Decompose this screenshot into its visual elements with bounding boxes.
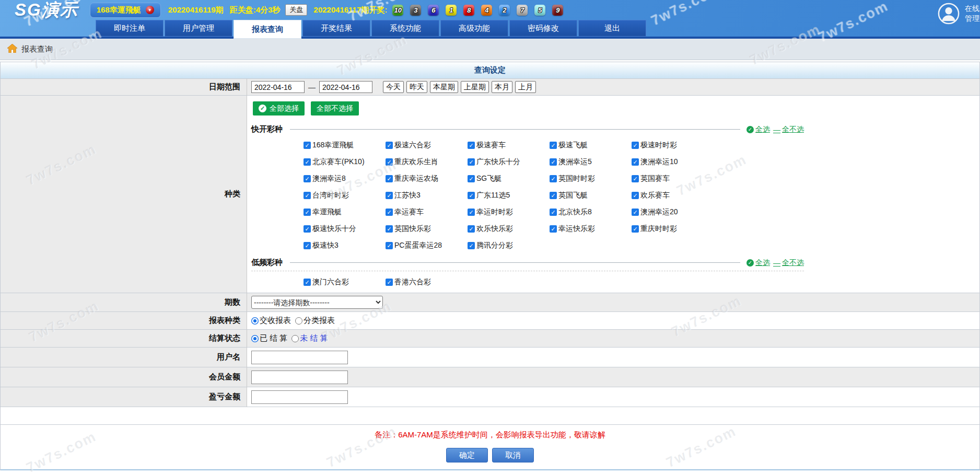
checkbox-icon[interactable]: ✓ <box>550 175 557 182</box>
lottery-checkbox-item[interactable]: ✓极速赛车 <box>468 137 550 154</box>
checkbox-icon[interactable]: ✓ <box>386 175 393 182</box>
lottery-checkbox-item[interactable]: ✓极速飞艇 <box>550 137 632 154</box>
checkbox-icon[interactable]: ✓ <box>386 225 393 233</box>
quick-date-button-今天[interactable]: 今天 <box>383 81 404 93</box>
lottery-checkbox-item[interactable]: ✓极速六合彩 <box>386 137 468 154</box>
confirm-button[interactable]: 确定 <box>446 448 488 463</box>
lottery-checkbox-item[interactable]: ✓澳洲幸运8 <box>304 170 386 187</box>
tab-高级功能[interactable]: 高级功能 <box>440 20 508 37</box>
checkbox-icon[interactable]: ✓ <box>550 142 557 149</box>
lottery-checkbox-item[interactable]: ✓英国赛车 <box>632 170 714 187</box>
checkbox-icon[interactable]: ✓ <box>468 225 475 233</box>
lottery-checkbox-item[interactable]: ✓168幸運飛艇 <box>304 137 386 154</box>
lottery-checkbox-item[interactable]: ✓幸運飛艇 <box>304 204 386 221</box>
checkbox-icon[interactable]: ✓ <box>550 225 557 233</box>
radio-icon[interactable] <box>291 335 299 342</box>
checkbox-icon[interactable]: ✓ <box>550 192 557 199</box>
lottery-checkbox-item[interactable]: ✓极速快乐十分 <box>304 221 386 237</box>
checkbox-icon[interactable]: ✓ <box>386 242 393 249</box>
radio-icon[interactable] <box>251 317 259 325</box>
lottery-checkbox-item[interactable]: ✓欢乐赛车 <box>632 187 714 204</box>
home-icon[interactable] <box>7 44 17 55</box>
quick-date-button-本星期[interactable]: 本星期 <box>430 81 458 93</box>
lottery-checkbox-item[interactable]: ✓澳洲幸运20 <box>632 204 714 221</box>
cancel-button[interactable]: 取消 <box>492 448 534 463</box>
checkbox-icon[interactable]: ✓ <box>632 175 639 182</box>
tab-报表查询[interactable]: 报表查询 <box>234 20 301 39</box>
checkbox-icon[interactable]: ✓ <box>386 209 393 216</box>
date-from-input[interactable] <box>251 81 305 93</box>
lottery-checkbox-item[interactable]: ✓腾讯分分彩 <box>468 237 550 254</box>
checkbox-icon[interactable]: ✓ <box>550 158 557 166</box>
lottery-checkbox-item[interactable]: ✓重庆时时彩 <box>632 221 714 237</box>
checkbox-icon[interactable]: ✓ <box>468 192 475 199</box>
lottery-checkbox-item[interactable]: ✓澳洲幸运5 <box>550 154 632 170</box>
checkbox-icon[interactable]: ✓ <box>304 192 311 199</box>
checkbox-icon[interactable]: ✓ <box>304 158 311 166</box>
checkbox-icon[interactable]: ✓ <box>304 242 311 249</box>
lottery-checkbox-item[interactable]: ✓幸运快乐彩 <box>550 221 632 237</box>
select-all-button[interactable]: ✓ 全部选择 <box>253 101 305 115</box>
checkbox-icon[interactable]: ✓ <box>468 242 475 249</box>
lottery-checkbox-item[interactable]: ✓英国时时彩 <box>550 170 632 187</box>
radio-icon[interactable] <box>251 335 259 342</box>
tab-系统功能[interactable]: 系统功能 <box>371 20 439 37</box>
dropdown-arrow-icon[interactable]: ▼ <box>146 6 154 14</box>
radio-icon[interactable] <box>295 317 302 325</box>
tab-开奖结果[interactable]: 开奖结果 <box>302 20 370 37</box>
lottery-checkbox-item[interactable]: ✓广东11选5 <box>468 187 550 204</box>
low-select-all-link[interactable]: ✓ 全选 <box>746 258 770 268</box>
deselect-all-button[interactable]: 全部不选择 <box>311 101 359 115</box>
date-to-input[interactable] <box>319 81 372 93</box>
tab-密码修改[interactable]: 密码修改 <box>509 20 577 37</box>
tab-用户管理[interactable]: 用户管理 <box>165 20 232 37</box>
checkbox-icon[interactable]: ✓ <box>468 158 475 166</box>
period-select[interactable]: --------请选择期数-------- <box>251 296 383 309</box>
report-type-option[interactable]: 分类报表 <box>295 316 335 326</box>
checkbox-icon[interactable]: ✓ <box>386 279 393 286</box>
quick-date-button-昨天[interactable]: 昨天 <box>406 81 427 93</box>
checkbox-icon[interactable]: ✓ <box>468 175 475 182</box>
username-input[interactable] <box>251 351 348 364</box>
checkbox-icon[interactable]: ✓ <box>304 279 311 286</box>
checkbox-icon[interactable]: ✓ <box>632 158 639 166</box>
checkbox-icon[interactable]: ✓ <box>304 225 311 233</box>
checkbox-icon[interactable]: ✓ <box>632 225 639 233</box>
lottery-checkbox-item[interactable]: ✓极速快3 <box>304 237 386 254</box>
checkbox-icon[interactable]: ✓ <box>550 209 557 216</box>
lottery-checkbox-item[interactable]: ✓欢乐快乐彩 <box>468 221 550 237</box>
checkbox-icon[interactable]: ✓ <box>632 209 639 216</box>
lottery-selector-button[interactable]: 168幸運飛艇 ▼ <box>90 3 161 18</box>
checkbox-icon[interactable]: ✓ <box>468 209 475 216</box>
checkbox-icon[interactable]: ✓ <box>304 209 311 216</box>
lottery-checkbox-item[interactable]: ✓PC蛋蛋幸运28 <box>386 237 468 254</box>
checkbox-icon[interactable]: ✓ <box>386 158 393 166</box>
close-market-button[interactable]: 关盘 <box>285 4 307 16</box>
checkbox-icon[interactable]: ✓ <box>632 142 639 149</box>
checkbox-icon[interactable]: ✓ <box>468 142 475 149</box>
checkbox-icon[interactable]: ✓ <box>632 192 639 199</box>
fast-select-all-link[interactable]: ✓ 全选 <box>746 125 770 134</box>
quick-date-button-上星期[interactable]: 上星期 <box>461 81 489 93</box>
lottery-checkbox-item[interactable]: ✓SG飞艇 <box>468 170 550 187</box>
lottery-checkbox-item[interactable]: ✓英国飞艇 <box>550 187 632 204</box>
checkbox-icon[interactable]: ✓ <box>386 142 393 149</box>
lottery-checkbox-item[interactable]: ✓广东快乐十分 <box>468 154 550 170</box>
tab-即时注单[interactable]: 即时注单 <box>96 20 164 37</box>
quick-date-button-上月[interactable]: 上月 <box>515 81 536 93</box>
settle-status-option[interactable]: 未 结 算 <box>291 333 328 343</box>
lottery-checkbox-item[interactable]: ✓江苏快3 <box>386 187 468 204</box>
profit-amount-input[interactable] <box>251 390 348 404</box>
lottery-checkbox-item[interactable]: ✓极速时时彩 <box>632 137 714 154</box>
checkbox-icon[interactable]: ✓ <box>386 192 393 199</box>
lottery-checkbox-item[interactable]: ✓北京赛车(PK10) <box>304 154 386 170</box>
tab-退出[interactable]: 退出 <box>578 20 646 37</box>
lottery-checkbox-item[interactable]: ✓重庆欢乐生肖 <box>386 154 468 170</box>
lottery-checkbox-item[interactable]: ✓北京快乐8 <box>550 204 632 221</box>
lottery-checkbox-item[interactable]: ✓幸运赛车 <box>386 204 468 221</box>
report-type-option[interactable]: 交收报表 <box>251 316 291 326</box>
checkbox-icon[interactable]: ✓ <box>304 175 311 182</box>
checkbox-icon[interactable]: ✓ <box>304 142 311 149</box>
lottery-checkbox-item[interactable]: ✓澳洲幸运10 <box>632 154 714 170</box>
lottery-checkbox-item[interactable]: ✓幸运时时彩 <box>468 204 550 221</box>
